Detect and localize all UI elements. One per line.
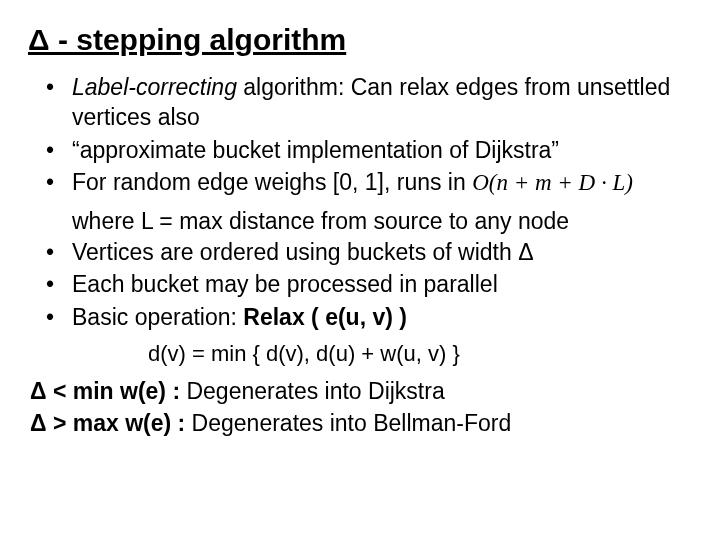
bullet-item: For random edge weighs [0, 1], runs in O… bbox=[46, 167, 692, 198]
bullet-text: For random edge weighs [0, 1], runs in bbox=[72, 169, 472, 195]
bullet-text: Basic operation: bbox=[72, 304, 243, 330]
slide-title: Δ - stepping algorithm bbox=[28, 22, 692, 58]
bullet-text: Label-correcting bbox=[72, 74, 237, 100]
condition-bold: Δ < min w(e) : bbox=[30, 378, 180, 404]
slide-container: Δ - stepping algorithm Label-correcting … bbox=[0, 0, 720, 540]
bottom-notes: Δ < min w(e) : Degenerates into Dijkstra… bbox=[30, 376, 692, 438]
bullet-list: Vertices are ordered using buckets of wi… bbox=[46, 237, 692, 332]
bullet-list: Label-correcting algorithm: Can relax ed… bbox=[46, 72, 692, 198]
bullet-item: “approximate bucket implementation of Di… bbox=[46, 135, 692, 165]
condition-rest: Degenerates into Dijkstra bbox=[180, 378, 445, 404]
bullet-text: Each bucket may be processed in parallel bbox=[72, 271, 498, 297]
bullet-text: “approximate bucket implementation of Di… bbox=[72, 137, 559, 163]
bullet-item: Each bucket may be processed in parallel bbox=[46, 269, 692, 299]
bullet-item: Label-correcting algorithm: Can relax ed… bbox=[46, 72, 692, 133]
bullet-text: Vertices are ordered using buckets of wi… bbox=[72, 239, 534, 265]
bullet-item: Vertices are ordered using buckets of wi… bbox=[46, 237, 692, 267]
bullet-item: Basic operation: Relax ( e(u, v) ) bbox=[46, 302, 692, 332]
degenerate-case-line: Δ > max w(e) : Degenerates into Bellman-… bbox=[30, 408, 692, 439]
bullet-continuation: where L = max distance from source to an… bbox=[72, 206, 692, 236]
degenerate-case-line: Δ < min w(e) : Degenerates into Dijkstra bbox=[30, 376, 692, 407]
condition-rest: Degenerates into Bellman-Ford bbox=[185, 410, 511, 436]
complexity-formula: O(n + m + D · L) bbox=[472, 170, 633, 195]
bullet-text-bold: Relax ( e(u, v) ) bbox=[243, 304, 407, 330]
condition-bold: Δ > max w(e) : bbox=[30, 410, 185, 436]
relax-definition: d(v) = min { d(v), d(u) + w(u, v) } bbox=[148, 340, 692, 369]
